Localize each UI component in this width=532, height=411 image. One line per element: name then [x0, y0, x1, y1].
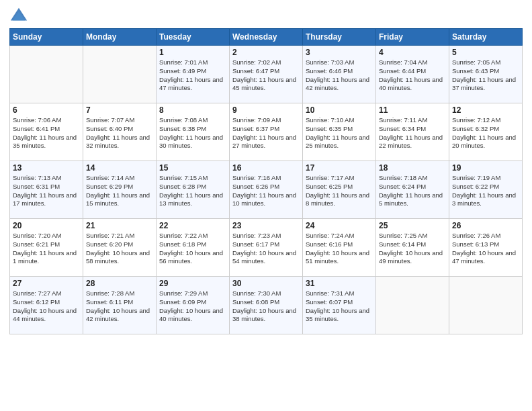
cell-content: Sunrise: 7:16 AMSunset: 6:26 PMDaylight:…: [232, 174, 300, 208]
calendar-cell: 16Sunrise: 7:16 AMSunset: 6:26 PMDayligh…: [230, 161, 303, 219]
cell-content: Sunrise: 7:05 AMSunset: 6:43 PMDaylight:…: [452, 58, 519, 93]
day-number: 16: [232, 163, 300, 173]
weekday-header: Saturday: [449, 29, 523, 46]
calendar-cell: 7Sunrise: 7:07 AMSunset: 6:40 PMDaylight…: [83, 103, 157, 161]
day-number: 21: [86, 221, 153, 230]
day-number: 30: [232, 279, 300, 288]
cell-content: Sunrise: 7:04 AMSunset: 6:44 PMDaylight:…: [379, 58, 446, 93]
calendar-cell: [83, 46, 157, 103]
logo-icon: [9, 7, 28, 26]
weekday-header: Thursday: [303, 29, 376, 46]
calendar-week-row: 6Sunrise: 7:06 AMSunset: 6:41 PMDaylight…: [10, 103, 523, 161]
calendar-cell: [376, 277, 449, 334]
calendar-cell: 23Sunrise: 7:23 AMSunset: 6:17 PMDayligh…: [230, 219, 303, 277]
calendar-cell: 20Sunrise: 7:20 AMSunset: 6:21 PMDayligh…: [10, 219, 83, 277]
cell-content: Sunrise: 7:30 AMSunset: 6:08 PMDaylight:…: [232, 289, 300, 324]
day-number: 25: [379, 221, 446, 230]
cell-content: Sunrise: 7:28 AMSunset: 6:11 PMDaylight:…: [86, 289, 153, 324]
calendar-header-row: SundayMondayTuesdayWednesdayThursdayFrid…: [10, 29, 523, 46]
header: [9, 7, 523, 26]
calendar-week-row: 13Sunrise: 7:13 AMSunset: 6:31 PMDayligh…: [10, 161, 523, 219]
cell-content: Sunrise: 7:27 AMSunset: 6:12 PMDaylight:…: [13, 289, 80, 324]
calendar-cell: 27Sunrise: 7:27 AMSunset: 6:12 PMDayligh…: [10, 277, 83, 334]
calendar-cell: 3Sunrise: 7:03 AMSunset: 6:46 PMDaylight…: [303, 46, 376, 103]
day-number: 7: [86, 105, 153, 115]
day-number: 20: [13, 221, 80, 230]
day-number: 1: [159, 48, 226, 57]
day-number: 31: [306, 279, 373, 288]
calendar-cell: 2Sunrise: 7:02 AMSunset: 6:47 PMDaylight…: [230, 46, 303, 103]
weekday-header: Wednesday: [230, 29, 303, 46]
cell-content: Sunrise: 7:06 AMSunset: 6:41 PMDaylight:…: [13, 116, 80, 150]
calendar-cell: 4Sunrise: 7:04 AMSunset: 6:44 PMDaylight…: [376, 46, 449, 103]
cell-content: Sunrise: 7:11 AMSunset: 6:34 PMDaylight:…: [379, 116, 446, 150]
calendar-cell: 17Sunrise: 7:17 AMSunset: 6:25 PMDayligh…: [303, 161, 376, 219]
weekday-header: Monday: [83, 29, 157, 46]
calendar-cell: 6Sunrise: 7:06 AMSunset: 6:41 PMDaylight…: [10, 103, 83, 161]
cell-content: Sunrise: 7:12 AMSunset: 6:32 PMDaylight:…: [452, 116, 519, 150]
cell-content: Sunrise: 7:23 AMSunset: 6:17 PMDaylight:…: [232, 232, 300, 266]
calendar-cell: 28Sunrise: 7:28 AMSunset: 6:11 PMDayligh…: [83, 277, 157, 334]
cell-content: Sunrise: 7:19 AMSunset: 6:22 PMDaylight:…: [452, 174, 519, 208]
day-number: 18: [379, 163, 446, 173]
day-number: 23: [232, 221, 300, 230]
calendar-cell: 24Sunrise: 7:24 AMSunset: 6:16 PMDayligh…: [303, 219, 376, 277]
calendar-cell: 30Sunrise: 7:30 AMSunset: 6:08 PMDayligh…: [230, 277, 303, 334]
cell-content: Sunrise: 7:24 AMSunset: 6:16 PMDaylight:…: [306, 232, 373, 266]
cell-content: Sunrise: 7:02 AMSunset: 6:47 PMDaylight:…: [232, 58, 300, 93]
cell-content: Sunrise: 7:25 AMSunset: 6:14 PMDaylight:…: [379, 232, 446, 266]
logo: [9, 7, 31, 26]
calendar-week-row: 27Sunrise: 7:27 AMSunset: 6:12 PMDayligh…: [10, 277, 523, 334]
calendar-cell: 5Sunrise: 7:05 AMSunset: 6:43 PMDaylight…: [449, 46, 523, 103]
cell-content: Sunrise: 7:08 AMSunset: 6:38 PMDaylight:…: [159, 116, 226, 150]
day-number: 14: [86, 163, 153, 173]
calendar-cell: 9Sunrise: 7:09 AMSunset: 6:37 PMDaylight…: [230, 103, 303, 161]
cell-content: Sunrise: 7:14 AMSunset: 6:29 PMDaylight:…: [86, 174, 153, 208]
weekday-header: Friday: [376, 29, 449, 46]
cell-content: Sunrise: 7:03 AMSunset: 6:46 PMDaylight:…: [306, 58, 373, 93]
calendar-cell: 15Sunrise: 7:15 AMSunset: 6:28 PMDayligh…: [157, 161, 230, 219]
calendar-cell: [10, 46, 83, 103]
calendar-cell: 21Sunrise: 7:21 AMSunset: 6:20 PMDayligh…: [83, 219, 157, 277]
calendar: SundayMondayTuesdayWednesdayThursdayFrid…: [9, 28, 523, 334]
day-number: 5: [452, 48, 519, 57]
day-number: 15: [159, 163, 226, 173]
day-number: 29: [159, 279, 226, 288]
page: SundayMondayTuesdayWednesdayThursdayFrid…: [0, 0, 532, 411]
calendar-cell: 14Sunrise: 7:14 AMSunset: 6:29 PMDayligh…: [83, 161, 157, 219]
cell-content: Sunrise: 7:10 AMSunset: 6:35 PMDaylight:…: [306, 116, 373, 150]
cell-content: Sunrise: 7:21 AMSunset: 6:20 PMDaylight:…: [86, 232, 153, 266]
cell-content: Sunrise: 7:13 AMSunset: 6:31 PMDaylight:…: [13, 174, 80, 208]
day-number: 22: [159, 221, 226, 230]
cell-content: Sunrise: 7:09 AMSunset: 6:37 PMDaylight:…: [232, 116, 300, 150]
calendar-cell: 11Sunrise: 7:11 AMSunset: 6:34 PMDayligh…: [376, 103, 449, 161]
day-number: 12: [452, 105, 519, 115]
calendar-cell: 18Sunrise: 7:18 AMSunset: 6:24 PMDayligh…: [376, 161, 449, 219]
cell-content: Sunrise: 7:15 AMSunset: 6:28 PMDaylight:…: [159, 174, 226, 208]
day-number: 26: [452, 221, 519, 230]
day-number: 8: [159, 105, 226, 115]
day-number: 27: [13, 279, 80, 288]
day-number: 9: [232, 105, 300, 115]
cell-content: Sunrise: 7:17 AMSunset: 6:25 PMDaylight:…: [306, 174, 373, 208]
day-number: 24: [306, 221, 373, 230]
day-number: 17: [306, 163, 373, 173]
day-number: 6: [13, 105, 80, 115]
day-number: 3: [306, 48, 373, 57]
calendar-cell: 31Sunrise: 7:31 AMSunset: 6:07 PMDayligh…: [303, 277, 376, 334]
cell-content: Sunrise: 7:18 AMSunset: 6:24 PMDaylight:…: [379, 174, 446, 208]
cell-content: Sunrise: 7:29 AMSunset: 6:09 PMDaylight:…: [159, 289, 226, 324]
calendar-cell: 12Sunrise: 7:12 AMSunset: 6:32 PMDayligh…: [449, 103, 523, 161]
cell-content: Sunrise: 7:31 AMSunset: 6:07 PMDaylight:…: [306, 289, 373, 324]
cell-content: Sunrise: 7:20 AMSunset: 6:21 PMDaylight:…: [13, 232, 80, 266]
cell-content: Sunrise: 7:01 AMSunset: 6:49 PMDaylight:…: [159, 58, 226, 93]
calendar-cell: 19Sunrise: 7:19 AMSunset: 6:22 PMDayligh…: [449, 161, 523, 219]
weekday-header: Tuesday: [157, 29, 230, 46]
calendar-cell: 25Sunrise: 7:25 AMSunset: 6:14 PMDayligh…: [376, 219, 449, 277]
calendar-cell: 10Sunrise: 7:10 AMSunset: 6:35 PMDayligh…: [303, 103, 376, 161]
day-number: 2: [232, 48, 300, 57]
cell-content: Sunrise: 7:26 AMSunset: 6:13 PMDaylight:…: [452, 232, 519, 266]
calendar-cell: 29Sunrise: 7:29 AMSunset: 6:09 PMDayligh…: [157, 277, 230, 334]
calendar-cell: 1Sunrise: 7:01 AMSunset: 6:49 PMDaylight…: [157, 46, 230, 103]
calendar-cell: 8Sunrise: 7:08 AMSunset: 6:38 PMDaylight…: [157, 103, 230, 161]
